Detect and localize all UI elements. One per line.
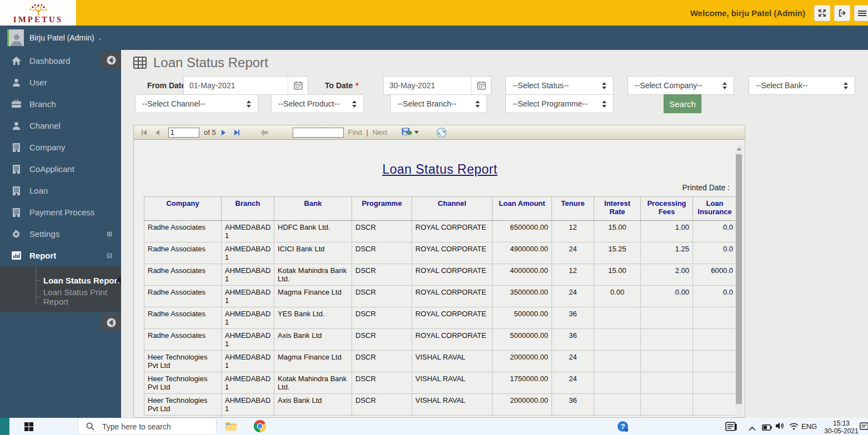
- action-center-button[interactable]: [860, 422, 868, 433]
- volume-control[interactable]: [775, 422, 785, 432]
- table-cell: 1750000.00: [493, 372, 552, 394]
- table-cell: 12: [552, 221, 594, 242]
- sidebar-collapse-button-top[interactable]: [101, 52, 121, 68]
- find-link[interactable]: Find: [348, 128, 362, 136]
- calendar-button[interactable]: [471, 77, 491, 94]
- table-cell: AHMEDABAD 1: [222, 329, 274, 351]
- export-button[interactable]: [402, 128, 419, 137]
- table-cell: 1.25: [641, 242, 693, 264]
- scroll-up-arrow[interactable]: [735, 145, 742, 153]
- product-select[interactable]: --Select Product--: [271, 94, 364, 113]
- table-cell: 5000000.00: [493, 329, 552, 351]
- prev-page-button[interactable]: [155, 130, 159, 135]
- select-arrows-icon: [352, 100, 357, 108]
- sidebar-item-coapplicant[interactable]: CoApplicant: [0, 158, 121, 180]
- sidebar-item-channel[interactable]: Channel: [0, 115, 121, 136]
- file-explorer-button[interactable]: [225, 421, 237, 434]
- tray-expand-button[interactable]: [749, 423, 756, 433]
- sidebar-item-report[interactable]: Report ⊟: [0, 245, 121, 266]
- table-cell: 12: [552, 264, 594, 286]
- column-header: Company: [144, 197, 222, 221]
- taskbar-accent-square: [0, 418, 9, 435]
- table-cell: [693, 394, 737, 416]
- table-cell: [693, 351, 737, 372]
- table-cell: 6500000.00: [493, 221, 552, 242]
- calendar-icon: [294, 81, 303, 90]
- building-icon: [11, 186, 22, 195]
- refresh-button[interactable]: [436, 128, 446, 138]
- language-indicator[interactable]: ENG: [801, 422, 817, 431]
- help-app-button[interactable]: ?: [617, 421, 629, 434]
- sidebar-item-settings[interactable]: Settings ⊞: [0, 223, 121, 245]
- table-grid-icon: [133, 57, 147, 69]
- scrollbar-thumb[interactable]: [736, 154, 742, 404]
- column-header: Branch: [222, 197, 274, 221]
- table-cell: [594, 307, 641, 329]
- calendar-button[interactable]: [288, 77, 308, 94]
- programme-select[interactable]: --Select Programme--: [505, 94, 614, 113]
- status-select[interactable]: --Select Status--: [505, 76, 614, 95]
- table-cell: 2000000.00: [493, 351, 552, 372]
- company-select[interactable]: --Select Company--: [628, 76, 734, 95]
- table-header-row: CompanyBranchBankProgrammeChannelLoan Am…: [144, 197, 737, 221]
- sidebar-item-branch[interactable]: Branch: [0, 93, 121, 115]
- bank-select[interactable]: --Select Bank--: [749, 76, 855, 95]
- table-cell: ROYAL CORPORATE: [412, 242, 493, 264]
- clock[interactable]: 15:13 30-05-2021: [824, 419, 859, 435]
- home-icon: [11, 57, 22, 65]
- submenu-item-loan-status-report[interactable]: Loan Status Report: [0, 272, 121, 289]
- submenu-item-loan-status-print-report[interactable]: Loan Status Print Report: [0, 289, 121, 305]
- taskbar: Type here to search ?: [0, 418, 868, 435]
- gear-icon: [11, 230, 22, 239]
- from-date-input[interactable]: [184, 77, 288, 94]
- network-status[interactable]: [789, 422, 799, 432]
- taskbar-search-box[interactable]: Type here to search: [78, 418, 217, 435]
- table-cell: 0.00: [594, 286, 641, 307]
- table-cell: 24: [552, 372, 594, 394]
- table-cell: 4000000.00: [493, 264, 552, 286]
- battery-status[interactable]: [762, 423, 772, 433]
- start-button[interactable]: [24, 422, 33, 433]
- table-row: Radhe AssociatesAHMEDABAD 1Magma Finance…: [144, 286, 737, 307]
- table-row: Radhe AssociatesAHMEDABAD 1ICICI Bank Lt…: [144, 242, 737, 264]
- table-cell: ROYAL CORPORATE: [412, 264, 493, 286]
- page-count-label: of 5: [204, 128, 216, 136]
- chrome-button[interactable]: [253, 419, 267, 435]
- sidebar-item-payment-process[interactable]: Payment Process: [0, 201, 121, 223]
- first-page-icon: [143, 130, 147, 135]
- last-page-button[interactable]: [234, 130, 239, 135]
- back-to-parent-button[interactable]: [260, 129, 268, 136]
- branch-select[interactable]: --Select Branch--: [390, 94, 487, 113]
- next-page-button[interactable]: [222, 130, 225, 135]
- column-header: Processing Fees: [641, 197, 693, 221]
- news-widget-button[interactable]: [725, 422, 737, 433]
- menu-toggle-button[interactable]: [854, 5, 868, 21]
- next-link[interactable]: Next: [373, 128, 388, 136]
- welcome-text: Welcome, birju Patel (Admin): [690, 0, 805, 26]
- table-cell: 24: [552, 242, 594, 264]
- table-cell: Magma Finance Ltd: [274, 351, 352, 372]
- table-cell: DSCR: [352, 286, 412, 307]
- sidebar-item-company[interactable]: Company: [0, 136, 121, 158]
- sidebar-item-user[interactable]: User: [0, 72, 121, 93]
- table-cell: ROYAL CORPORATE: [412, 221, 493, 242]
- first-page-button[interactable]: [142, 130, 147, 135]
- sidebar-collapse-button-bottom[interactable]: [101, 314, 121, 331]
- sidebar-item-loan[interactable]: Loan: [0, 180, 121, 201]
- find-text-input[interactable]: [293, 128, 344, 138]
- logout-button[interactable]: [834, 5, 850, 21]
- vertical-scrollbar[interactable]: [735, 145, 742, 418]
- table-cell: AHMEDABAD 1: [222, 221, 274, 242]
- clock-time: 15:13: [824, 419, 859, 427]
- building-icon: [11, 143, 22, 152]
- logo-tree-icon: [27, 4, 49, 16]
- channel-select[interactable]: --Select Channel--: [135, 94, 258, 113]
- table-cell: Heer Technologies Pvt Ltd: [144, 351, 222, 372]
- profile-dropdown[interactable]: Birju Patel (Admin) ⌄: [0, 26, 121, 50]
- fullscreen-button[interactable]: [814, 5, 830, 21]
- svg-text:?: ?: [620, 422, 625, 431]
- search-button[interactable]: Search: [664, 94, 701, 113]
- page-number-input[interactable]: [168, 128, 199, 138]
- to-date-input[interactable]: [384, 77, 471, 94]
- column-header: Channel: [412, 197, 493, 221]
